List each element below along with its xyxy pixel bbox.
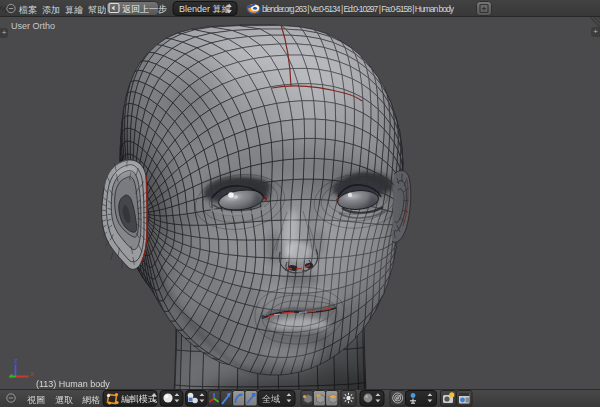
svg-text:全域: 全域 — [262, 394, 280, 404]
svg-text:blender.org 263 | Ve:0-5134 |: blender.org 263 | Ve:0-5134 | Ed:0-10297… — [262, 4, 455, 14]
svg-text:編輯模式: 編輯模式 — [121, 394, 157, 404]
svg-text:Blender 算繪: Blender 算繪 — [179, 4, 231, 14]
svg-text:z: z — [14, 356, 18, 365]
svg-text:返回上一步: 返回上一步 — [122, 4, 167, 14]
svg-text:x: x — [31, 369, 35, 378]
